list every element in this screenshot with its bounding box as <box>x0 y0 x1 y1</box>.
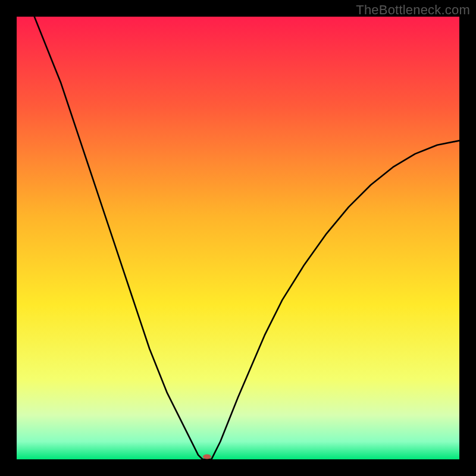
chart-frame: TheBottleneck.com <box>0 0 476 476</box>
watermark-text: TheBottleneck.com <box>356 2 470 18</box>
minimum-marker <box>203 455 211 459</box>
chart-svg <box>17 17 459 459</box>
chart-background <box>17 17 459 459</box>
plot-area <box>17 17 459 459</box>
